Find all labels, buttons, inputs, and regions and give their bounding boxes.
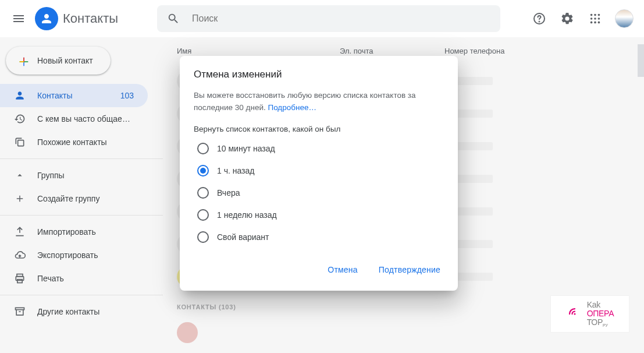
radio-icon [197, 187, 209, 199]
scrollbar[interactable] [638, 44, 644, 348]
radio-label: 1 неделю назад [217, 210, 277, 220]
dialog-title: Отмена изменений [194, 69, 444, 80]
learn-more-link[interactable]: Подробнее… [268, 103, 316, 112]
radio-label: 1 ч. назад [217, 166, 254, 175]
watermark: Kak ОПЕРА ТОРРУ [551, 296, 629, 332]
dialog-description: Вы можете восстановить любую версию спис… [194, 90, 444, 114]
radio-icon [197, 165, 209, 176]
dialog-subtitle: Вернуть список контактов, какой он был [194, 125, 444, 133]
radio-yesterday[interactable]: Вчера [197, 187, 444, 199]
radio-icon [197, 209, 209, 221]
watermark-line2: ОПЕРА [587, 309, 614, 318]
radio-custom[interactable]: Свой вариант [197, 231, 444, 243]
watermark-line1: Kak [587, 301, 614, 309]
svg-point-16 [574, 313, 575, 315]
radio-10-min[interactable]: 10 минут назад [197, 143, 444, 154]
radio-1-hour[interactable]: 1 ч. назад [197, 165, 444, 176]
watermark-suffix: РУ [603, 323, 608, 327]
scrollbar-thumb[interactable] [638, 44, 644, 77]
radio-1-week[interactable]: 1 неделю назад [197, 209, 444, 221]
modal-overlay: Отмена изменений Вы можете восстановить … [0, 0, 644, 353]
undo-changes-dialog: Отмена изменений Вы можете восстановить … [180, 56, 458, 291]
watermark-icon [566, 305, 583, 323]
radio-group: 10 минут назад 1 ч. назад Вчера 1 неделю… [197, 143, 444, 243]
cancel-button[interactable]: Отмена [324, 260, 361, 279]
radio-label: 10 минут назад [217, 144, 275, 153]
radio-label: Вчера [217, 188, 240, 197]
watermark-line3: ТОР [587, 317, 603, 327]
confirm-button[interactable]: Подтверждение [375, 260, 444, 279]
dialog-actions: Отмена Подтверждение [194, 257, 444, 285]
radio-label: Свой вариант [217, 232, 269, 242]
radio-icon [197, 231, 209, 243]
radio-icon [197, 143, 209, 154]
